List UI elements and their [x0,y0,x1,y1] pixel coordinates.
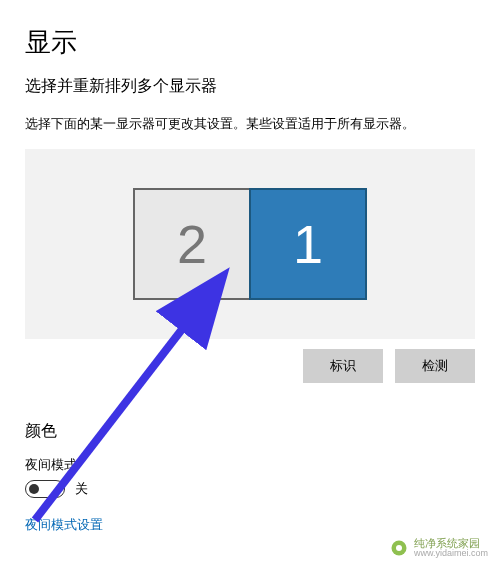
monitor-2[interactable]: 2 [133,188,251,300]
watermark-url: www.yidaimei.com [414,549,488,559]
night-light-settings-link[interactable]: 夜间模式设置 [25,516,475,534]
page-title: 显示 [25,25,475,60]
toggle-state-text: 关 [75,480,88,498]
description: 选择下面的某一显示器可更改其设置。某些设置适用于所有显示器。 [25,115,475,133]
monitor-1[interactable]: 1 [249,188,367,300]
toggle-knob [29,484,39,494]
button-row: 标识 检测 [25,349,475,383]
svg-point-3 [396,545,402,551]
night-light-label: 夜间模式 [25,456,475,474]
night-light-toggle-row: 关 [25,480,475,498]
color-section-header: 颜色 [25,421,475,442]
monitor-arrange-area[interactable]: 2 1 [25,149,475,339]
detect-button[interactable]: 检测 [395,349,475,383]
watermark-icon [390,539,408,557]
watermark: 纯净系统家园 www.yidaimei.com [390,537,488,559]
night-light-toggle[interactable] [25,480,65,498]
subtitle: 选择并重新排列多个显示器 [25,76,475,97]
identify-button[interactable]: 标识 [303,349,383,383]
